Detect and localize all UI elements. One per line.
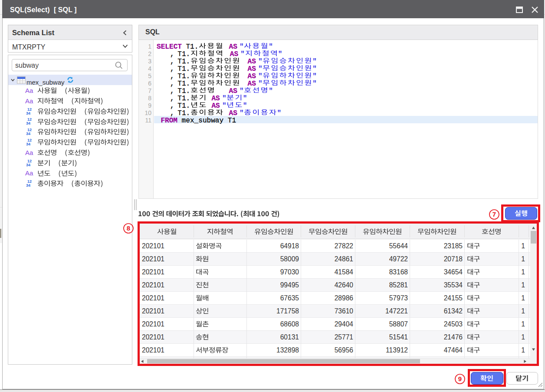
svg-text:8: 8	[127, 224, 130, 232]
svg-text:9: 9	[458, 375, 462, 382]
svg-text:7: 7	[492, 211, 496, 218]
